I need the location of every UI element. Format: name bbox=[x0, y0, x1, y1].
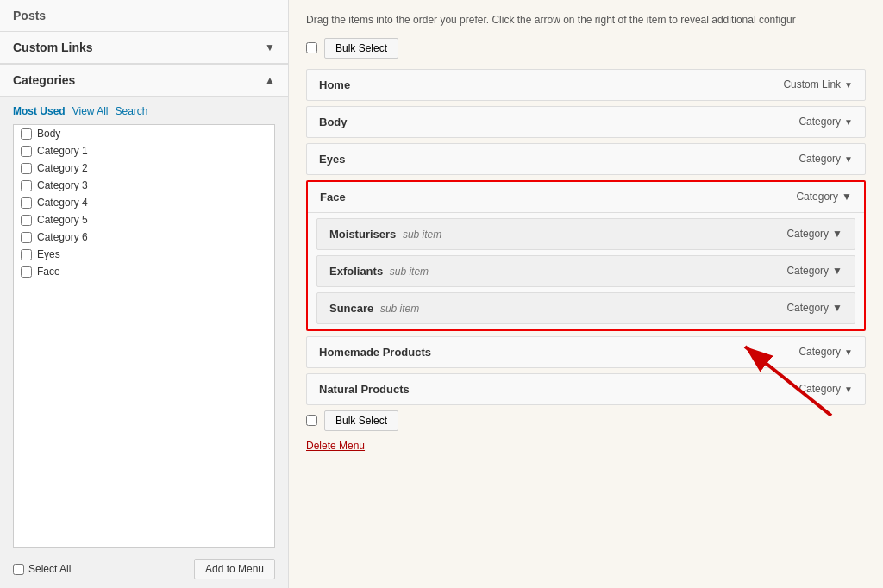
instruction-text: Drag the items into the order you prefer… bbox=[306, 13, 866, 28]
category-checkbox-body[interactable] bbox=[21, 128, 32, 140]
suncare-sublabel: sub item bbox=[380, 303, 419, 315]
homemade-label: Homemade Products bbox=[319, 346, 431, 359]
suncare-type: Category ▼ bbox=[786, 302, 842, 314]
category-label-cat3[interactable]: Category 3 bbox=[37, 179, 88, 191]
list-item: Category 6 bbox=[14, 228, 274, 246]
home-label: Home bbox=[319, 78, 350, 91]
category-checkbox-face[interactable] bbox=[21, 266, 32, 278]
categories-tabs: Most Used View All Search bbox=[13, 105, 275, 117]
list-item: Category 3 bbox=[14, 177, 274, 194]
bottom-bulk-checkbox[interactable] bbox=[306, 415, 317, 426]
category-checkbox-cat2[interactable] bbox=[21, 163, 32, 174]
natural-dropdown-icon[interactable]: ▼ bbox=[844, 385, 853, 394]
category-checkbox-cat1[interactable] bbox=[21, 146, 32, 157]
face-type: Category ▼ bbox=[796, 191, 852, 203]
list-item: Category 2 bbox=[14, 160, 274, 177]
natural-label: Natural Products bbox=[319, 383, 410, 396]
category-label-cat4[interactable]: Category 4 bbox=[37, 197, 88, 209]
list-item: Body bbox=[14, 125, 274, 142]
list-item: Category 5 bbox=[14, 211, 274, 228]
moisturisers-type: Category ▼ bbox=[786, 228, 842, 240]
menu-item-body[interactable]: Body Category ▼ bbox=[306, 106, 866, 138]
list-item: Face bbox=[14, 263, 274, 280]
top-bulk-checkbox[interactable] bbox=[306, 42, 317, 53]
custom-links-arrow: ▼ bbox=[265, 41, 275, 53]
homemade-dropdown-icon[interactable]: ▼ bbox=[844, 347, 853, 357]
categories-section: Categories ▲ Most Used View All Search B… bbox=[0, 65, 288, 588]
top-bulk-select-row: Bulk Select bbox=[306, 38, 866, 59]
bottom-bulk-select-button[interactable]: Bulk Select bbox=[324, 410, 398, 431]
right-panel: Drag the items into the order you prefer… bbox=[289, 0, 883, 588]
natural-type: Category ▼ bbox=[798, 383, 853, 395]
select-all-row: Select All bbox=[13, 563, 71, 575]
select-all-label[interactable]: Select All bbox=[28, 563, 71, 575]
add-to-menu-button[interactable]: Add to Menu bbox=[194, 559, 275, 579]
moisturisers-dropdown-icon[interactable]: ▼ bbox=[832, 228, 842, 240]
face-section-highlighted: Face Category ▼ Moisturisers sub item Ca… bbox=[306, 180, 866, 331]
category-label-face[interactable]: Face bbox=[37, 266, 60, 278]
moisturisers-sublabel: sub item bbox=[403, 228, 442, 241]
body-label: Body bbox=[319, 116, 348, 128]
exfoliants-dropdown-icon[interactable]: ▼ bbox=[832, 265, 842, 277]
custom-links-title: Custom Links bbox=[13, 41, 93, 54]
posts-label: Posts bbox=[13, 9, 46, 22]
menu-item-homemade[interactable]: Homemade Products Category ▼ bbox=[306, 336, 866, 368]
list-item: Category 4 bbox=[14, 194, 274, 211]
tab-view-all[interactable]: View All bbox=[72, 105, 109, 117]
category-label-cat6[interactable]: Category 6 bbox=[37, 231, 88, 243]
categories-bottom-row: Select All Add to Menu bbox=[13, 559, 275, 579]
menu-item-face[interactable]: Face Category ▼ bbox=[308, 182, 864, 213]
sub-item-moisturisers[interactable]: Moisturisers sub item Category ▼ bbox=[316, 218, 855, 250]
sub-item-exfoliants[interactable]: Exfoliants sub item Category ▼ bbox=[316, 255, 855, 287]
home-type: Custom Link ▼ bbox=[783, 78, 853, 91]
face-sub-items: Moisturisers sub item Category ▼ Exfolia… bbox=[308, 213, 864, 329]
delete-menu-link[interactable]: Delete Menu bbox=[306, 440, 866, 452]
category-checkbox-cat5[interactable] bbox=[21, 215, 32, 226]
custom-links-toggle[interactable]: Custom Links ▼ bbox=[0, 32, 288, 64]
tab-search[interactable]: Search bbox=[116, 105, 148, 117]
categories-content: Most Used View All Search Body Category … bbox=[0, 97, 288, 588]
face-dropdown-icon[interactable]: ▼ bbox=[842, 191, 852, 203]
category-checkbox-eyes[interactable] bbox=[21, 249, 32, 260]
sub-item-suncare[interactable]: Suncare sub item Category ▼ bbox=[316, 292, 855, 324]
select-all-checkbox[interactable] bbox=[13, 564, 24, 575]
category-label-body[interactable]: Body bbox=[37, 128, 60, 140]
list-item: Category 1 bbox=[14, 142, 274, 160]
category-list: Body Category 1 Category 2 Category 3 Ca… bbox=[13, 124, 275, 548]
exfoliants-type: Category ▼ bbox=[786, 265, 842, 277]
category-checkbox-cat6[interactable] bbox=[21, 232, 32, 243]
tab-most-used[interactable]: Most Used bbox=[13, 105, 66, 117]
custom-links-section: Custom Links ▼ bbox=[0, 32, 288, 65]
bottom-bulk-row: Bulk Select bbox=[306, 410, 866, 431]
face-label: Face bbox=[320, 191, 346, 203]
eyes-type: Category ▼ bbox=[798, 153, 853, 165]
suncare-dropdown-icon[interactable]: ▼ bbox=[832, 302, 842, 314]
menu-item-home[interactable]: Home Custom Link ▼ bbox=[306, 69, 866, 101]
left-panel: Posts Custom Links ▼ Categories ▲ Most U… bbox=[0, 0, 289, 588]
body-type: Category ▼ bbox=[798, 116, 853, 128]
top-bulk-select-button[interactable]: Bulk Select bbox=[324, 38, 398, 59]
homemade-type: Category ▼ bbox=[798, 346, 853, 358]
category-checkbox-cat3[interactable] bbox=[21, 180, 32, 191]
list-item: Eyes bbox=[14, 246, 274, 263]
menu-item-natural[interactable]: Natural Products Category ▼ bbox=[306, 373, 866, 405]
category-checkbox-cat4[interactable] bbox=[21, 197, 32, 209]
body-dropdown-icon[interactable]: ▼ bbox=[844, 117, 853, 127]
categories-title: Categories bbox=[13, 73, 75, 87]
category-label-eyes[interactable]: Eyes bbox=[37, 248, 60, 260]
eyes-label: Eyes bbox=[319, 153, 345, 166]
eyes-dropdown-icon[interactable]: ▼ bbox=[844, 154, 853, 164]
category-label-cat2[interactable]: Category 2 bbox=[37, 162, 88, 174]
exfoliants-sublabel: sub item bbox=[390, 266, 429, 278]
categories-arrow: ▲ bbox=[265, 74, 275, 86]
category-label-cat1[interactable]: Category 1 bbox=[37, 145, 88, 157]
categories-toggle[interactable]: Categories ▲ bbox=[0, 65, 288, 97]
suncare-label: Suncare sub item bbox=[329, 302, 419, 315]
category-label-cat5[interactable]: Category 5 bbox=[37, 214, 88, 226]
home-dropdown-icon[interactable]: ▼ bbox=[844, 80, 853, 90]
menu-item-eyes[interactable]: Eyes Category ▼ bbox=[306, 143, 866, 175]
exfoliants-label: Exfoliants sub item bbox=[329, 265, 429, 278]
posts-section-header: Posts bbox=[0, 0, 288, 32]
moisturisers-label: Moisturisers sub item bbox=[329, 228, 442, 241]
